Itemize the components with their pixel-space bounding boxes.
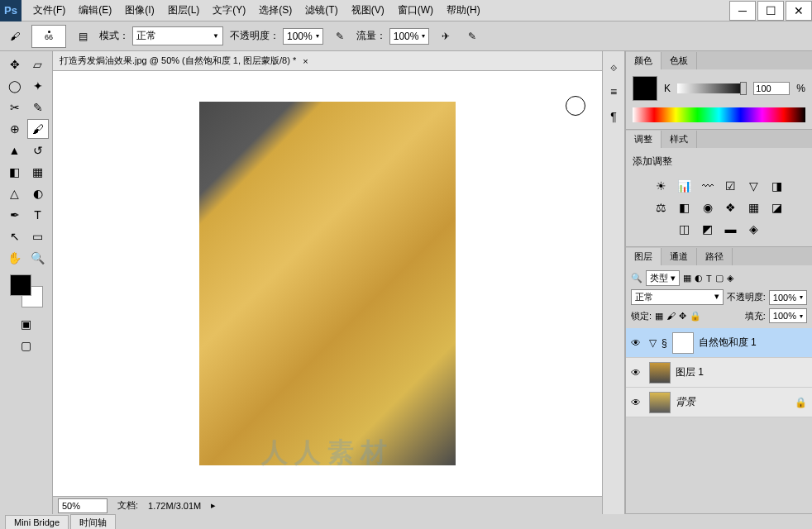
pen-tool[interactable]: ✒ [4,205,26,225]
tab-timeline[interactable]: 时间轴 [70,514,116,530]
filter-smart-icon[interactable]: ◈ [727,273,733,284]
tab-color[interactable]: 颜色 [626,52,662,69]
visibility-icon[interactable]: 👁 [631,337,644,349]
lock-all-icon[interactable]: 🔒 [690,311,701,322]
document-tab[interactable]: 打造秀发焗油效果.jpg @ 50% (自然饱和度 1, 图层蒙版/8) * × [53,51,602,71]
minimize-button[interactable]: ─ [729,1,756,21]
layer-thumb[interactable] [649,392,671,413]
filter-shape-icon[interactable]: ▢ [715,273,724,284]
menu-type[interactable]: 文字(Y) [208,0,251,21]
menu-help[interactable]: 帮助(H) [442,0,485,21]
stamp-tool[interactable]: ▲ [4,141,26,160]
vibrance-icon[interactable]: ▽ [746,179,762,193]
threshold-icon[interactable]: ◩ [700,222,716,236]
layer-item-vibrance[interactable]: 👁 ▽ § 自然饱和度 1 [626,328,812,358]
levels-icon[interactable]: 📊 [676,179,693,193]
blend-mode-select[interactable]: 正常 ▼ [132,26,223,45]
filter-adjust-icon[interactable]: ◐ [695,273,703,284]
lock-position-icon[interactable]: ✥ [679,311,686,322]
history-brush-tool[interactable]: ↺ [27,141,49,160]
move-tool[interactable]: ✥ [4,55,26,74]
layer-opacity-input[interactable]: 100%▾ [769,290,807,305]
quickmask-tool[interactable]: ▣ [16,314,37,334]
color-preview[interactable] [633,76,657,101]
tab-swatches[interactable]: 色板 [662,52,697,69]
lock-pixels-icon[interactable]: 🖌 [666,311,676,321]
color-spectrum[interactable] [633,107,805,122]
chevron-right-icon[interactable]: ▸ [211,500,216,511]
menu-select[interactable]: 选择(S) [254,0,297,21]
healing-tool[interactable]: ⊕ [4,119,26,139]
brush-preset-picker[interactable]: 66 [31,25,66,48]
search-icon[interactable]: 🔍 [631,273,642,284]
opacity-pressure-icon[interactable]: ✎ [330,26,350,46]
curves-icon[interactable]: 〰 [700,179,716,193]
tab-adjustments[interactable]: 调整 [626,131,662,148]
posterize-icon[interactable]: ◫ [676,222,693,236]
lasso-tool[interactable]: ◯ [4,76,26,96]
selective-color-icon[interactable]: ◈ [746,222,762,236]
invert-icon[interactable]: ◪ [769,200,786,215]
lock-transparent-icon[interactable]: ▦ [655,311,663,322]
menu-layer[interactable]: 图层(L) [163,0,205,21]
visibility-icon[interactable]: 👁 [631,397,644,408]
dodge-tool[interactable]: ◐ [27,183,49,203]
tab-layers[interactable]: 图层 [626,248,662,265]
history-panel-icon[interactable]: ⟐ [604,58,623,76]
channel-mixer-icon[interactable]: ❖ [723,200,739,215]
fill-input[interactable]: 100%▾ [769,308,807,323]
layer-item-layer1[interactable]: 👁 图层 1 [626,358,812,388]
airbrush-icon[interactable]: ✈ [436,26,456,46]
maximize-button[interactable]: ☐ [757,1,784,21]
tab-styles[interactable]: 样式 [662,131,697,148]
photo-filter-icon[interactable]: ◉ [700,200,716,215]
brush-tool-indicator[interactable]: 🖌 [5,26,25,46]
close-tab-icon[interactable]: × [303,56,308,66]
menu-window[interactable]: 窗口(W) [393,0,438,21]
expand-icon[interactable]: ▽ [649,337,657,349]
balance-icon[interactable]: ⚖ [653,200,670,215]
tablet-pressure-icon[interactable]: ✎ [462,26,482,46]
zoom-tool[interactable]: 🔍 [27,248,49,268]
tab-paths[interactable]: 路径 [697,248,733,265]
hue-icon[interactable]: ◨ [769,179,786,193]
tab-mini-bridge[interactable]: Mini Bridge [5,515,69,529]
blur-tool[interactable]: △ [4,183,26,203]
close-button[interactable]: ✕ [786,1,812,21]
exposure-icon[interactable]: ☑ [723,179,739,193]
tab-channels[interactable]: 通道 [662,248,697,265]
visibility-icon[interactable]: 👁 [631,367,644,379]
menu-filter[interactable]: 滤镜(T) [300,0,342,21]
path-select-tool[interactable]: ↖ [4,226,26,246]
crop-tool[interactable]: ✂ [4,98,26,117]
brush-tool[interactable]: 🖌 [27,119,49,139]
layer-item-background[interactable]: 👁 背景 🔒 [626,388,812,417]
bw-icon[interactable]: ◧ [676,200,693,215]
shape-tool[interactable]: ▭ [27,226,49,246]
gradient-tool[interactable]: ▦ [27,162,49,182]
type-tool[interactable]: T [27,205,49,225]
lookup-icon[interactable]: ▦ [746,200,762,215]
flow-input[interactable]: 100% ▾ [389,28,430,45]
character-panel-icon[interactable]: ¶ [604,107,623,126]
k-slider[interactable] [677,83,747,93]
opacity-input[interactable]: 100% ▾ [283,28,323,45]
layer-blend-select[interactable]: 正常 ▾ [631,289,724,305]
layer-mask-thumb[interactable] [672,332,694,354]
brush-panel-toggle[interactable]: ▤ [73,26,93,46]
properties-panel-icon[interactable]: ≡ [604,83,623,101]
menu-view[interactable]: 视图(V) [346,0,389,21]
magic-wand-tool[interactable]: ✦ [27,76,49,96]
artboard-tool[interactable]: ▱ [27,55,49,74]
filter-type-select[interactable]: 类型 ▾ [646,270,680,286]
color-swatch[interactable] [10,274,43,307]
eraser-tool[interactable]: ◧ [4,162,26,182]
foreground-color[interactable] [10,274,31,296]
gradient-map-icon[interactable]: ▬ [723,222,739,236]
filter-type-icon[interactable]: T [706,274,712,284]
menu-edit[interactable]: 编辑(E) [74,0,117,21]
layer-thumb[interactable] [649,362,671,384]
slider-thumb[interactable] [740,82,747,95]
link-icon[interactable]: § [662,337,667,349]
eyedropper-tool[interactable]: ✎ [27,98,49,117]
